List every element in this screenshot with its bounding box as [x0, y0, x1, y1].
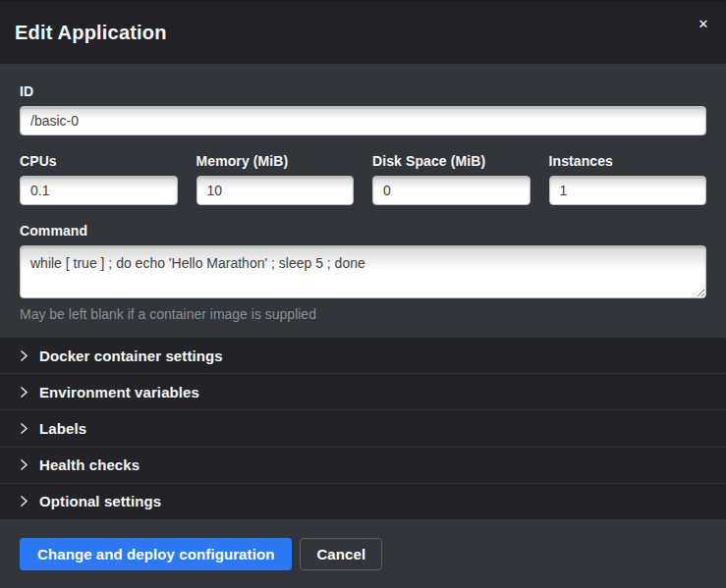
field-group-command: Command while [ true ] ; do echo 'Hello … [20, 224, 706, 322]
field-group-memory: Memory (MiB) [196, 154, 355, 205]
id-label: ID [20, 84, 706, 98]
section-label: Docker container settings [39, 347, 223, 364]
field-group-disk: Disk Space (MiB) [372, 154, 531, 205]
change-and-deploy-button[interactable]: Change and deploy configuration [20, 538, 292, 570]
edit-application-modal: Edit Application ✕ ID CPUs Memory (MiB) … [0, 0, 726, 588]
section-label: Optional settings [39, 493, 161, 509]
disk-label: Disk Space (MiB) [372, 154, 531, 168]
field-group-instances: Instances [549, 154, 707, 205]
id-input[interactable] [20, 106, 706, 135]
chevron-right-icon [20, 349, 28, 362]
section-label: Health checks [39, 456, 140, 473]
section-label: Environment variables [39, 384, 199, 401]
cpus-label: CPUs [20, 154, 178, 168]
chevron-right-icon [20, 386, 28, 399]
close-button[interactable]: ✕ [692, 13, 715, 36]
memory-input[interactable] [196, 176, 355, 205]
field-group-cpus: CPUs [20, 154, 178, 205]
resources-row: CPUs Memory (MiB) Disk Space (MiB) Insta… [20, 154, 706, 205]
memory-label: Memory (MiB) [196, 154, 355, 168]
command-label: Command [20, 224, 706, 238]
cpus-input[interactable] [20, 176, 178, 205]
field-group-id: ID [20, 84, 706, 135]
section-labels[interactable]: Labels [0, 409, 726, 446]
chevron-right-icon [20, 422, 28, 435]
instances-input[interactable] [549, 176, 707, 205]
settings-accordion: Docker container settings Environment va… [0, 338, 726, 519]
cancel-button[interactable]: Cancel [300, 538, 382, 570]
disk-input[interactable] [372, 176, 531, 205]
chevron-right-icon [20, 458, 28, 471]
command-help-text: May be left blank if a container image i… [20, 307, 706, 322]
section-optional-settings[interactable]: Optional settings [0, 483, 726, 519]
command-textarea[interactable]: while [ true ] ; do echo 'Hello Marathon… [20, 245, 706, 298]
section-docker-container-settings[interactable]: Docker container settings [0, 338, 726, 373]
edit-application-form: ID CPUs Memory (MiB) Disk Space (MiB) In… [0, 64, 726, 338]
chevron-right-icon [20, 495, 28, 508]
section-label: Labels [39, 420, 86, 437]
modal-footer: Change and deploy configuration Cancel [0, 519, 726, 588]
section-environment-variables[interactable]: Environment variables [0, 373, 726, 409]
instances-label: Instances [549, 154, 707, 168]
section-health-checks[interactable]: Health checks [0, 447, 726, 483]
close-icon: ✕ [698, 17, 709, 31]
modal-header: Edit Application ✕ [0, 1, 726, 64]
modal-title: Edit Application [15, 22, 167, 44]
